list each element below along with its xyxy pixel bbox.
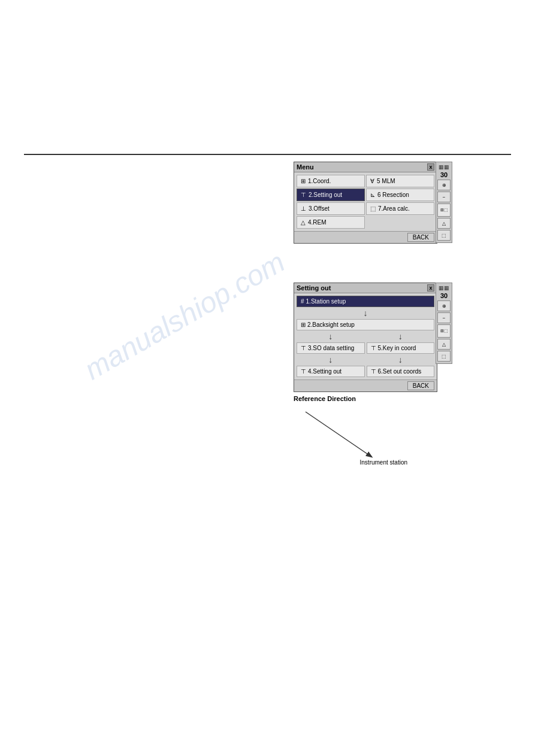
so-arrows-row-2: ↓ ↓: [297, 332, 434, 341]
resection-icon: ⊾: [370, 192, 375, 198]
menu-item-resection[interactable]: ⊾ 6 Resection: [366, 189, 434, 201]
key-in-icon: ⊤: [371, 345, 376, 351]
menu-item-rem-label: 4.REM: [308, 219, 327, 226]
so-station-label: 1.Station setup: [306, 298, 346, 305]
station-icon: #: [301, 298, 304, 305]
menu-close-button[interactable]: x: [427, 163, 434, 171]
sidebar-btn-display[interactable]: ⬚: [437, 230, 451, 241]
so-down-arrow-3a: ↓: [297, 356, 365, 364]
ref-dir-label: Reference Direction: [294, 395, 413, 402]
watermark: manualshiop.com: [78, 245, 290, 387]
so-down-arrow-3b: ↓: [367, 356, 435, 364]
so-setting-out[interactable]: ⊤ 4.Setting out: [297, 366, 365, 377]
setting-out-icon: ⊤: [301, 192, 306, 198]
menu-item-resection-label: 6 Resection: [377, 192, 409, 198]
so-data-setting[interactable]: ⊤ 3.SO data setting: [297, 342, 365, 354]
rem-icon: △: [301, 219, 306, 226]
so-sidebar-btn-minus[interactable]: −: [437, 312, 451, 323]
setting-out-panel: Setting out x # 1.Station setup ↓ ⊞ 2.Ba…: [294, 283, 437, 392]
set-out-icon: ⊤: [371, 368, 376, 375]
menu-item-coord-label: 1.Coord.: [308, 178, 331, 184]
so-back-button[interactable]: BACK: [407, 381, 434, 390]
so-setting-out-label: 4.Setting out: [308, 368, 341, 375]
coord-icon: ⊞: [301, 178, 306, 184]
sidebar-number: 30: [440, 171, 448, 178]
so-back-bar: BACK: [294, 379, 437, 391]
area-calc-icon: ⬚: [370, 205, 376, 212]
menu-item-mlm-label: 5 MLM: [377, 178, 395, 184]
menu-panel-sidebar: ▦▦ 30 ⊕ − ⊞⬚ △ ⬚: [436, 162, 452, 243]
mlm-icon: ∀: [370, 178, 374, 184]
so-out-icon: ⊤: [301, 368, 306, 375]
so-down-arrow-2a: ↓: [297, 332, 365, 341]
so-sidebar-btn-display[interactable]: ⬚: [437, 351, 451, 362]
so-body: # 1.Station setup ↓ ⊞ 2.Backsight setup …: [294, 293, 437, 379]
menu-item-area-calc-label: 7.Area calc.: [378, 205, 410, 212]
so-row-1: # 1.Station setup: [297, 296, 434, 307]
diagram-area: Instrument station: [294, 406, 413, 466]
so-sidebar-top-icon: ▦▦: [439, 285, 449, 291]
so-down-arrow-1: ↓: [364, 309, 368, 317]
so-backsight-setup[interactable]: ⊞ 2.Backsight setup: [297, 319, 434, 330]
menu-panel-title: Menu: [297, 163, 314, 171]
so-down-arrow-2b: ↓: [367, 332, 435, 341]
menu-item-offset[interactable]: ⊥ 3.Offset: [297, 202, 365, 215]
sidebar-btn-minus[interactable]: −: [437, 192, 451, 202]
so-set-out-label: 6.Set out coords: [378, 368, 422, 375]
menu-item-area-calc[interactable]: ⬚ 7.Area calc.: [366, 202, 434, 215]
menu-titlebar: Menu x: [294, 162, 437, 172]
so-row-2: ⊞ 2.Backsight setup: [297, 319, 434, 330]
so-row-4: ⊤ 4.Setting out ⊤ 6.Set out coords: [297, 366, 434, 377]
so-backsight-label: 2.Backsight setup: [307, 321, 355, 328]
so-sidebar-btn-crosshair[interactable]: ⊕: [437, 300, 451, 311]
offset-icon: ⊥: [301, 205, 306, 212]
menu-item-offset-label: 3.Offset: [309, 205, 330, 212]
so-key-in-label: 5.Key in coord: [378, 345, 416, 351]
so-data-icon: ⊤: [301, 345, 306, 351]
menu-back-bar: BACK: [294, 231, 437, 243]
so-panel-title: Setting out: [297, 284, 331, 292]
sidebar-btn-crosshair[interactable]: ⊕: [437, 180, 451, 190]
so-key-in-coord[interactable]: ⊤ 5.Key in coord: [367, 342, 435, 354]
so-sidebar-btn-up[interactable]: △: [437, 339, 451, 350]
svg-line-1: [306, 412, 371, 457]
sidebar-top-icon: ▦▦: [439, 164, 449, 170]
so-set-out-coords[interactable]: ⊤ 6.Set out coords: [367, 366, 435, 377]
menu-item-setting-out-label: 2.Setting out: [309, 192, 342, 198]
so-arrows-row-3: ↓ ↓: [297, 356, 434, 364]
so-panel-sidebar: ▦▦ 30 ⊕ − ⊞⬚ △ ⬚: [436, 283, 452, 364]
so-sidebar-btn-grid[interactable]: ⊞⬚: [437, 324, 451, 338]
so-close-button[interactable]: x: [427, 284, 434, 292]
so-station-setup[interactable]: # 1.Station setup: [297, 296, 434, 307]
menu-item-rem[interactable]: △ 4.REM: [297, 216, 365, 229]
so-titlebar: Setting out x: [294, 283, 437, 293]
menu-item-mlm[interactable]: ∀ 5 MLM: [366, 175, 434, 187]
so-row-3: ⊤ 3.SO data setting ⊤ 5.Key in coord: [297, 342, 434, 354]
backsight-icon: ⊞: [301, 321, 306, 328]
so-sidebar-number: 30: [440, 292, 448, 299]
menu-panel: Menu x ⊞ 1.Coord. ∀ 5 MLM ⊤ 2.Setting ou…: [294, 162, 437, 244]
menu-grid: ⊞ 1.Coord. ∀ 5 MLM ⊤ 2.Setting out ⊾ 6 R…: [294, 172, 437, 231]
divider-line: [24, 154, 511, 155]
diagram-svg: [294, 406, 413, 466]
menu-item-coord[interactable]: ⊞ 1.Coord.: [297, 175, 365, 187]
menu-back-button[interactable]: BACK: [407, 233, 434, 242]
sidebar-btn-up[interactable]: △: [437, 218, 451, 229]
ref-dir-section: Reference Direction Instrument station: [294, 395, 413, 466]
so-data-setting-label: 3.SO data setting: [308, 345, 354, 351]
so-arrow-row-1: ↓: [297, 309, 434, 317]
sidebar-btn-grid[interactable]: ⊞⬚: [437, 204, 451, 217]
instrument-station-label: Instrument station: [360, 459, 407, 466]
menu-item-setting-out[interactable]: ⊤ 2.Setting out: [297, 189, 365, 201]
menu-item-empty: [366, 216, 434, 229]
